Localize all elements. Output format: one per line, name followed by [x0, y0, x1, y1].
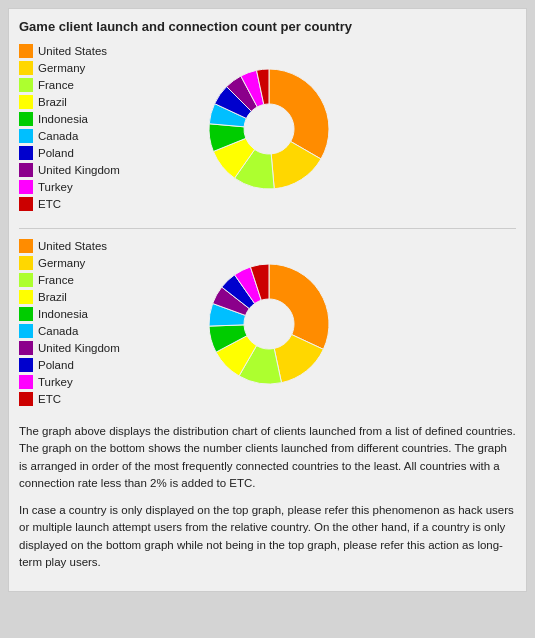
legend-item: Indonesia [19, 307, 189, 321]
chart1-donut [199, 64, 339, 194]
legend-label: Indonesia [38, 308, 88, 320]
legend-color-box [19, 273, 33, 287]
legend-color-box [19, 95, 33, 109]
legend-color-box [19, 44, 33, 58]
legend-label: Turkey [38, 376, 73, 388]
chart2-section: United StatesGermanyFranceBrazilIndonesi… [19, 239, 516, 409]
legend-label: Germany [38, 62, 85, 74]
legend-label: ETC [38, 198, 61, 210]
legend-color-box [19, 146, 33, 160]
legend-color-box [19, 256, 33, 270]
legend-item: France [19, 78, 189, 92]
legend-item: United Kingdom [19, 163, 189, 177]
legend-color-box [19, 290, 33, 304]
description-paragraph-2: In case a country is only displayed on t… [19, 502, 516, 571]
legend-color-box [19, 239, 33, 253]
legend-item: Canada [19, 129, 189, 143]
legend-item: Germany [19, 61, 189, 75]
legend-item: Brazil [19, 95, 189, 109]
legend-color-box [19, 341, 33, 355]
legend-item: Brazil [19, 290, 189, 304]
legend-color-box [19, 163, 33, 177]
legend-color-box [19, 197, 33, 211]
legend-item: United States [19, 44, 189, 58]
chart2-donut [199, 259, 339, 389]
legend-label: Germany [38, 257, 85, 269]
divider [19, 228, 516, 229]
legend-label: ETC [38, 393, 61, 405]
chart1-section: United StatesGermanyFranceBrazilIndonesi… [19, 44, 516, 214]
legend-color-box [19, 61, 33, 75]
chart2-svg [204, 259, 334, 389]
legend-label: United States [38, 45, 107, 57]
legend-label: Canada [38, 130, 78, 142]
legend-item: Germany [19, 256, 189, 270]
legend-label: Brazil [38, 291, 67, 303]
legend-color-box [19, 78, 33, 92]
legend-item: Turkey [19, 375, 189, 389]
legend-item: Turkey [19, 180, 189, 194]
legend-color-box [19, 307, 33, 321]
legend-label: United Kingdom [38, 164, 120, 176]
legend-item: France [19, 273, 189, 287]
legend-label: Canada [38, 325, 78, 337]
legend-label: Poland [38, 147, 74, 159]
chart2-legend: United StatesGermanyFranceBrazilIndonesi… [19, 239, 189, 409]
legend-color-box [19, 129, 33, 143]
description-paragraph-1: The graph above displays the distributio… [19, 423, 516, 492]
legend-color-box [19, 358, 33, 372]
legend-color-box [19, 324, 33, 338]
legend-color-box [19, 375, 33, 389]
legend-label: France [38, 79, 74, 91]
main-panel: Game client launch and connection count … [8, 8, 527, 592]
panel-title: Game client launch and connection count … [19, 19, 516, 34]
legend-item: ETC [19, 197, 189, 211]
legend-label: United States [38, 240, 107, 252]
legend-item: ETC [19, 392, 189, 406]
legend-label: Brazil [38, 96, 67, 108]
legend-label: United Kingdom [38, 342, 120, 354]
chart1-legend: United StatesGermanyFranceBrazilIndonesi… [19, 44, 189, 214]
description-block: The graph above displays the distributio… [19, 423, 516, 571]
legend-color-box [19, 180, 33, 194]
legend-color-box [19, 392, 33, 406]
legend-item: United States [19, 239, 189, 253]
legend-item: Indonesia [19, 112, 189, 126]
legend-color-box [19, 112, 33, 126]
legend-label: Poland [38, 359, 74, 371]
legend-item: United Kingdom [19, 341, 189, 355]
legend-item: Canada [19, 324, 189, 338]
legend-item: Poland [19, 358, 189, 372]
legend-item: Poland [19, 146, 189, 160]
legend-label: Indonesia [38, 113, 88, 125]
legend-label: Turkey [38, 181, 73, 193]
legend-label: France [38, 274, 74, 286]
chart1-svg [204, 64, 334, 194]
